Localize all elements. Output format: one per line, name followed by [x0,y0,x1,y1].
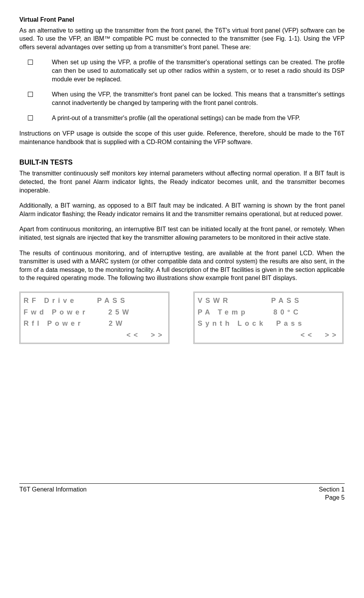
bullet-text: When using the VFP, the transmitter's fr… [52,90,345,107]
lcd-line: VSWR PASS [198,295,339,307]
lcd-nav-line: << >> [24,330,165,341]
vfp-bullet-list: When set up using the VFP, a profile of … [19,58,345,122]
bit-p1: The transmitter continuously self monito… [19,169,345,194]
bit-p2: Additionally, a BIT warning, as opposed … [19,201,345,218]
lcd-panel-1: RF Drive PASS Fwd Power 25W Rfl Power 2W… [19,292,169,344]
lcd-line: Synth Lock Pass [198,318,339,330]
bullet-marker [19,90,52,107]
bit-p4: The results of continuous monitoring, an… [19,249,345,282]
lcd-line: PA Temp 80°C [198,307,339,318]
bullet-item: When set up using the VFP, a profile of … [19,58,345,83]
lcd-line: RF Drive PASS [24,295,165,307]
bullet-item: When using the VFP, the transmitter's fr… [19,90,345,107]
footer-section: Section 1 [319,485,345,494]
bullet-text: When set up using the VFP, a profile of … [52,58,345,83]
bit-title: BUILT-IN TESTS [19,158,345,167]
bullet-marker [19,114,52,122]
vfp-title: Virtual Front Panel [19,15,345,24]
vfp-intro: As an alternative to setting up the tran… [19,26,345,52]
lcd-line: Fwd Power 25W [24,307,165,318]
lcd-row: RF Drive PASS Fwd Power 25W Rfl Power 2W… [19,292,345,344]
lcd-panel-2: VSWR PASS PA Temp 80°C Synth Lock Pass <… [193,292,343,344]
footer-right: Section 1 Page 5 [319,485,345,502]
lcd-nav-line: << >> [198,330,339,341]
page-footer: T6T General Information Section 1 Page 5 [19,483,345,502]
bullet-text: A print-out of a transmitter's profile (… [52,114,345,122]
footer-left: T6T General Information [19,485,87,502]
footer-page: Page 5 [319,493,345,502]
bullet-marker [19,58,52,83]
vfp-outro: Instructions on VFP usage is outside the… [19,129,345,146]
bit-p3: Apart from continuous monitoring, an int… [19,225,345,242]
bullet-item: A print-out of a transmitter's profile (… [19,114,345,122]
lcd-line: Rfl Power 2W [24,318,165,330]
